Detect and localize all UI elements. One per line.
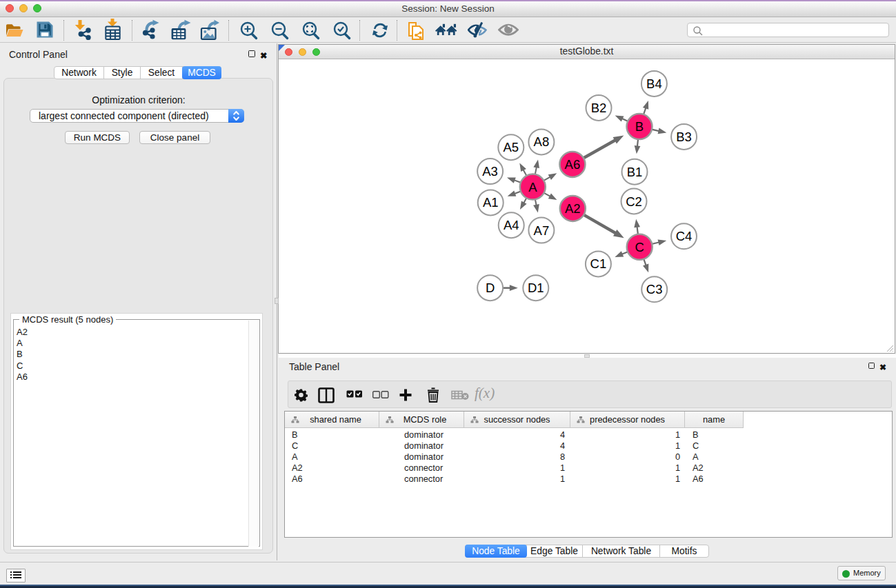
- svg-text:A3: A3: [482, 164, 498, 179]
- svg-text:C: C: [635, 240, 644, 254]
- svg-text:D: D: [486, 281, 495, 295]
- svg-text:B4: B4: [646, 77, 662, 91]
- svg-text:B: B: [635, 119, 644, 134]
- svg-text:A: A: [528, 180, 537, 194]
- svg-text:B1: B1: [627, 165, 643, 179]
- svg-text:A1: A1: [483, 195, 499, 210]
- svg-text:A6: A6: [565, 157, 581, 172]
- svg-text:A8: A8: [534, 134, 550, 149]
- svg-text:A5: A5: [503, 140, 519, 154]
- svg-text:B3: B3: [676, 130, 692, 144]
- svg-text:A4: A4: [504, 218, 519, 232]
- svg-text:C2: C2: [626, 194, 642, 209]
- svg-text:A2: A2: [565, 201, 581, 216]
- svg-text:C1: C1: [590, 256, 607, 271]
- svg-text:B2: B2: [591, 101, 607, 115]
- svg-text:A7: A7: [534, 223, 550, 238]
- svg-text:D1: D1: [528, 281, 544, 295]
- svg-text:C3: C3: [646, 282, 663, 296]
- svg-text:C4: C4: [676, 229, 693, 243]
